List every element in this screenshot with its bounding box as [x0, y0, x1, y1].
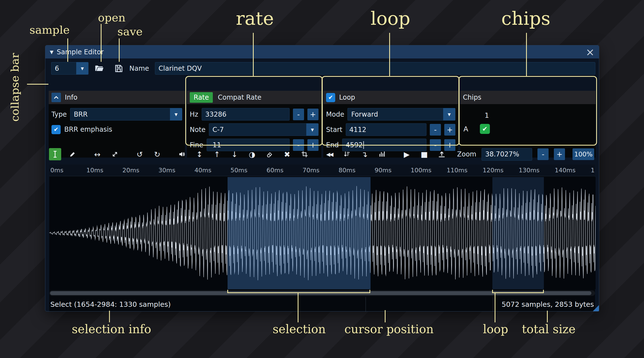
- zoom-reset-button[interactable]: 100%: [573, 148, 594, 160]
- annotation-selection-info-label: selection info: [72, 322, 151, 336]
- info-panel-header: Info: [49, 91, 185, 104]
- hz-minus-button[interactable]: -: [293, 109, 304, 120]
- annotation-chips-label: chips: [501, 8, 551, 29]
- annotation-open-label: open: [98, 11, 125, 24]
- sample-type-select[interactable]: BRR ▼: [70, 108, 182, 121]
- insert-point-button[interactable]: ↴: [358, 148, 371, 160]
- annotation-total-size-label: total size: [522, 322, 576, 336]
- note-select[interactable]: C-7 ▼: [209, 123, 319, 136]
- waveform-scrollbar[interactable]: [49, 290, 595, 296]
- fade-out-button[interactable]: ↓: [228, 148, 241, 160]
- floppy-save-icon: [114, 64, 124, 73]
- sample-name-input[interactable]: Clarinet DQV: [155, 62, 595, 75]
- loop-region: [492, 177, 544, 289]
- loop-start-input[interactable]: 4112: [346, 123, 426, 136]
- chevron-down-icon[interactable]: ▼: [170, 108, 182, 121]
- fade-in-button[interactable]: ↑: [211, 148, 223, 160]
- eraser-icon: [266, 151, 273, 158]
- zoom-input[interactable]: 38.7027%: [482, 148, 532, 161]
- loop-enable-checkbox[interactable]: ✔: [326, 93, 335, 102]
- normalize-button[interactable]: ↕: [193, 148, 206, 160]
- loop-start-minus-button[interactable]: -: [430, 124, 441, 136]
- preview-play-button[interactable]: ▶: [401, 148, 413, 160]
- timeline-tick: 100ms: [411, 167, 431, 174]
- delete-button[interactable]: ✖: [281, 148, 293, 160]
- downsample-button[interactable]: [341, 148, 353, 160]
- resize-button[interactable]: ↔: [91, 148, 103, 160]
- chip-row-label: A: [463, 125, 480, 133]
- annotation-sample-label: sample: [29, 23, 70, 36]
- timeline-tick: 0ms: [50, 167, 63, 174]
- reverse-button[interactable]: ◀◀: [323, 148, 335, 160]
- type-label: Type: [51, 111, 67, 118]
- upload-icon: [438, 150, 446, 158]
- timeline-tick: 60ms: [267, 167, 283, 174]
- chip-enabled-checkbox[interactable]: ✔: [480, 124, 490, 134]
- folder-open-icon: [94, 63, 104, 73]
- open-sample-button[interactable]: [93, 62, 105, 75]
- loop-mode-value[interactable]: Forward: [347, 108, 443, 121]
- sample-index-value[interactable]: 6: [51, 62, 76, 75]
- timeline-tick: 50ms: [231, 167, 248, 174]
- trim-button[interactable]: [298, 148, 311, 160]
- diagonal-arrows-icon: [111, 151, 119, 158]
- window-resize-handle[interactable]: [593, 305, 599, 311]
- window-collapse-icon[interactable]: ▼: [50, 49, 53, 55]
- annotation-cursor-line: [385, 310, 386, 322]
- chevron-down-icon[interactable]: ▼: [306, 123, 319, 136]
- zoom-out-button[interactable]: -: [537, 148, 549, 160]
- redo-button[interactable]: ↻: [151, 148, 163, 160]
- timeline-ruler: 0ms10ms20ms30ms40ms50ms60ms70ms80ms90ms1…: [49, 165, 595, 176]
- edit-draw-button[interactable]: [66, 148, 79, 160]
- timeline-tick: 140ms: [555, 167, 576, 174]
- save-sample-button[interactable]: [112, 62, 125, 75]
- brr-emphasis-checkbox[interactable]: ✔: [51, 125, 61, 134]
- name-label: Name: [129, 65, 149, 72]
- sample-index-select[interactable]: 6 ▼: [51, 62, 88, 75]
- scrollbar-thumb[interactable]: [50, 291, 591, 295]
- loop-start-plus-button[interactable]: +: [444, 124, 455, 136]
- timeline-tick: 40ms: [194, 167, 211, 174]
- chips-panel-header: Chips: [460, 91, 596, 104]
- import-button[interactable]: [436, 148, 448, 160]
- annotation-loop-bottom-label: loop: [483, 322, 508, 336]
- chevron-down-icon[interactable]: ▼: [443, 108, 455, 121]
- waveform-view[interactable]: [49, 177, 596, 289]
- undo-button[interactable]: ↺: [134, 148, 146, 160]
- annotation-rate-label: rate: [236, 8, 274, 29]
- sample-editor-window: ▼ Sample Editor × 6 ▼: [45, 45, 599, 312]
- silence-button[interactable]: [263, 148, 276, 160]
- annotation-loop-label: loop: [371, 8, 410, 29]
- timeline-tick: 130ms: [519, 167, 540, 174]
- sample-type-value[interactable]: BRR: [70, 108, 170, 121]
- chips-panel-title: Chips: [463, 94, 481, 101]
- preview-stop-button[interactable]: ■: [418, 148, 430, 160]
- sample-toolbar: ↔ ↺ ↻: [49, 147, 595, 161]
- loop-mode-select[interactable]: Forward ▼: [347, 108, 455, 121]
- timeline-tick: 80ms: [339, 167, 356, 174]
- spectrum-button[interactable]: [376, 148, 388, 160]
- loop-mode-label: Mode: [326, 111, 344, 118]
- pencil-icon: [69, 151, 76, 158]
- timeline-tick: 10ms: [87, 167, 103, 174]
- tab-rate[interactable]: Rate: [190, 92, 213, 103]
- annotation-selection-label: selection: [273, 322, 326, 336]
- resample-button[interactable]: [109, 148, 121, 160]
- hz-plus-button[interactable]: +: [307, 109, 319, 120]
- zoom-in-button[interactable]: +: [554, 148, 565, 160]
- window-titlebar[interactable]: ▼ Sample Editor ×: [45, 45, 599, 58]
- collapse-bar-button[interactable]: [51, 93, 61, 102]
- loop-panel-title: Loop: [339, 94, 355, 101]
- info-panel-title: Info: [65, 94, 77, 101]
- note-value[interactable]: C-7: [209, 123, 306, 136]
- chevron-down-icon[interactable]: ▼: [76, 62, 88, 75]
- hz-input[interactable]: 33286: [202, 108, 290, 121]
- annotation-collapse-bar-label: collapse bar: [8, 53, 21, 122]
- annotation-total-size-line: [547, 311, 548, 322]
- close-icon[interactable]: ×: [586, 48, 594, 56]
- invert-button[interactable]: ◑: [246, 148, 258, 160]
- tab-compat-rate[interactable]: Compat Rate: [218, 94, 261, 101]
- edit-select-button[interactable]: [49, 148, 61, 160]
- bar-chart-icon: [378, 151, 386, 158]
- amplify-button[interactable]: [176, 148, 188, 160]
